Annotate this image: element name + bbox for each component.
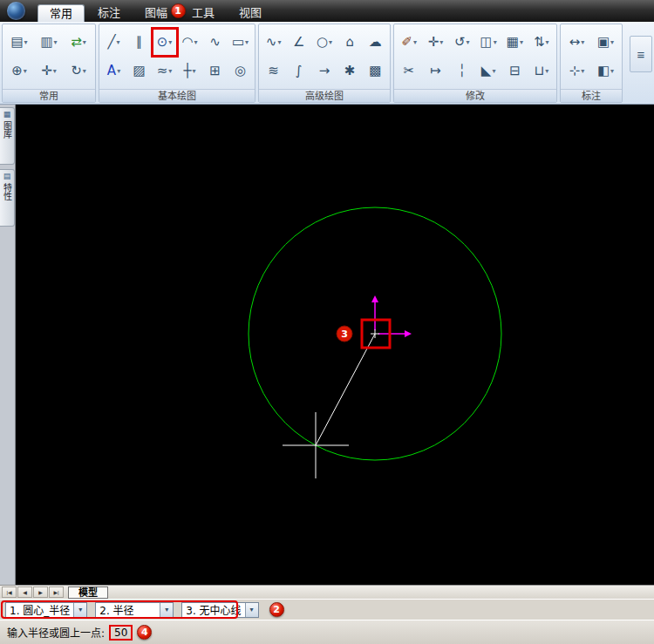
- coordinate-dimension-icon: ⊹: [569, 64, 581, 78]
- hatch-tool[interactable]: ▨: [129, 59, 150, 83]
- erase-tool[interactable]: ✐▾: [399, 31, 419, 54]
- rotate-tool[interactable]: ↺▾: [452, 31, 473, 54]
- cloud-line-tool[interactable]: ☁: [364, 31, 385, 54]
- next-tab-button[interactable]: ▶: [33, 586, 48, 598]
- prev-tab-button[interactable]: ◀: [17, 586, 32, 598]
- trim-icon: ✂: [404, 64, 415, 78]
- explode-icon: ⊟: [509, 64, 521, 78]
- circle-tool[interactable]: ⊙▾1: [154, 31, 175, 54]
- array-tool[interactable]: ▦▾: [504, 31, 525, 54]
- arc-dropdown-arrow-icon[interactable]: ▾: [194, 38, 198, 46]
- options-bar: 1. 圆心_半径 ▾ 2. 半径 ▾ 3. 无中心线 ▾ 2: [0, 599, 654, 620]
- angle-line-tool[interactable]: ∠: [289, 31, 310, 54]
- text-dimension-dropdown-arrow-icon[interactable]: ▾: [610, 67, 614, 75]
- model-tab[interactable]: 模型: [68, 586, 108, 599]
- circle-dropdown-arrow-icon[interactable]: ▾: [168, 38, 172, 46]
- grid-tool[interactable]: ⊞: [205, 59, 226, 83]
- line-dropdown-arrow-icon[interactable]: ▾: [117, 38, 120, 46]
- gear-tool[interactable]: ✱: [339, 59, 360, 83]
- drawing-canvas[interactable]: 3: [16, 105, 654, 585]
- copy-dropdown-arrow-icon[interactable]: ▾: [54, 38, 58, 46]
- move-tool[interactable]: ✛▾: [425, 31, 446, 54]
- rectangle-dropdown-arrow-icon[interactable]: ▾: [245, 38, 249, 46]
- chevron-down-icon[interactable]: ▾: [73, 603, 86, 617]
- parallel-line-tool[interactable]: ∥: [129, 31, 150, 54]
- menu-tab-common[interactable]: 常用: [37, 4, 85, 22]
- frame-dimension-dropdown-arrow-icon[interactable]: ▾: [610, 38, 614, 46]
- menu-tab-tools[interactable]: 工具: [181, 4, 226, 22]
- stretch-dropdown-arrow-icon[interactable]: ▾: [545, 67, 548, 75]
- chamfer-dropdown-arrow-icon[interactable]: ▾: [492, 67, 495, 75]
- regen-dropdown-arrow-icon[interactable]: ▾: [83, 67, 86, 75]
- copy-tool[interactable]: ▥▾: [38, 31, 59, 54]
- array-dropdown-arrow-icon[interactable]: ▾: [520, 38, 523, 46]
- side-tab-properties[interactable]: ▤ 特性: [0, 169, 15, 227]
- first-tab-button[interactable]: |◀: [2, 586, 17, 598]
- break-tool[interactable]: ╎: [452, 59, 473, 83]
- menu-tab-view[interactable]: 视图: [228, 4, 273, 22]
- spline-dropdown-arrow-icon[interactable]: ▾: [277, 38, 281, 46]
- regen-tool[interactable]: ↻▾: [68, 59, 89, 83]
- curve-tool[interactable]: ∿: [205, 31, 226, 54]
- ellipse-tool[interactable]: ○▾: [314, 31, 335, 54]
- text-dropdown-arrow-icon[interactable]: ▾: [117, 67, 120, 75]
- mirror-tool[interactable]: ◫▾: [478, 31, 499, 54]
- scale-dropdown-arrow-icon[interactable]: ▾: [546, 38, 549, 46]
- option-combo-method[interactable]: 1. 圆心_半径 ▾: [5, 602, 87, 618]
- ring-tool[interactable]: ◎: [230, 59, 251, 83]
- app-logo-icon[interactable]: [7, 2, 25, 20]
- paste-icon: ▤: [10, 36, 23, 49]
- dimension-dropdown-arrow-icon[interactable]: ▾: [581, 38, 584, 46]
- coordinate-dimension-dropdown-arrow-icon[interactable]: ▾: [581, 67, 584, 75]
- chevron-down-icon[interactable]: ▾: [245, 603, 258, 617]
- zoom-dropdown-arrow-icon[interactable]: ▾: [24, 67, 27, 75]
- dimension-tool[interactable]: ↔▾: [567, 31, 588, 54]
- side-tab-library[interactable]: ▦ 图库: [0, 107, 15, 165]
- paste-tool[interactable]: ▤▾: [9, 31, 30, 54]
- wave-line-dropdown-arrow-icon[interactable]: ▾: [168, 67, 172, 75]
- text-tool[interactable]: A▾: [104, 59, 125, 83]
- pan-tool[interactable]: ✛▾: [38, 59, 59, 83]
- extend-tool[interactable]: ↦: [425, 59, 446, 83]
- wave-line-tool[interactable]: ≈▾: [154, 59, 175, 83]
- mirror-dropdown-arrow-icon[interactable]: ▾: [494, 38, 497, 46]
- erase-dropdown-arrow-icon[interactable]: ▾: [413, 38, 417, 46]
- sine-wave-tool[interactable]: ≋: [263, 59, 284, 83]
- spline-tool[interactable]: ∿▾: [263, 31, 284, 54]
- exchange-dropdown-arrow-icon[interactable]: ▾: [83, 38, 86, 46]
- text-dimension-tool[interactable]: ◧▾: [596, 59, 617, 83]
- option-combo-centerline[interactable]: 3. 无中心线 ▾: [181, 602, 258, 618]
- formula-curve-tool[interactable]: ∫: [289, 59, 310, 83]
- rectangle-tool[interactable]: ▭▾: [230, 31, 251, 54]
- option-combo-radius[interactable]: 2. 半径 ▾: [95, 602, 174, 618]
- annotation-badge-3-label: 3: [341, 329, 348, 340]
- rotate-dropdown-arrow-icon[interactable]: ▾: [467, 38, 470, 46]
- pan-dropdown-arrow-icon[interactable]: ▾: [53, 67, 57, 75]
- center-line-dropdown-arrow-icon[interactable]: ▾: [193, 67, 196, 75]
- last-tab-button[interactable]: ▶|: [49, 586, 64, 598]
- polygon-tool[interactable]: ⌂: [339, 31, 360, 54]
- move-dropdown-arrow-icon[interactable]: ▾: [439, 38, 443, 46]
- menu-tab-dimension[interactable]: 标注: [86, 4, 132, 22]
- line-tool[interactable]: ╱▾: [104, 31, 125, 54]
- zoom-tool[interactable]: ⊕▾: [9, 59, 30, 83]
- paste-dropdown-arrow-icon[interactable]: ▾: [24, 38, 28, 46]
- coordinate-dimension-tool[interactable]: ⊹▾: [567, 59, 588, 83]
- menu-bar: 常用 标注 图幅 工具 视图: [0, 0, 654, 22]
- trim-tool[interactable]: ✂: [399, 59, 419, 83]
- arc-tool[interactable]: ◠▾: [180, 31, 201, 54]
- radius-value-box[interactable]: 50: [109, 625, 133, 641]
- arrow-tool[interactable]: →: [314, 59, 335, 83]
- center-line-tool[interactable]: ┼▾: [180, 59, 201, 83]
- erase-icon: ✐: [401, 36, 412, 49]
- chamfer-tool[interactable]: ◣▾: [478, 59, 499, 83]
- frame-dimension-tool[interactable]: ▣▾: [596, 31, 617, 54]
- explode-tool[interactable]: ⊟: [504, 59, 525, 83]
- exchange-tool[interactable]: ⇄▾: [68, 31, 89, 54]
- ellipse-dropdown-arrow-icon[interactable]: ▾: [329, 38, 332, 46]
- scale-tool[interactable]: ⇅▾: [531, 31, 552, 54]
- ribbon-menu-button[interactable]: ≡: [630, 36, 652, 72]
- fill-tool[interactable]: ▩: [364, 59, 385, 83]
- stretch-tool[interactable]: ⊔▾: [531, 59, 552, 83]
- chevron-down-icon[interactable]: ▾: [160, 603, 173, 617]
